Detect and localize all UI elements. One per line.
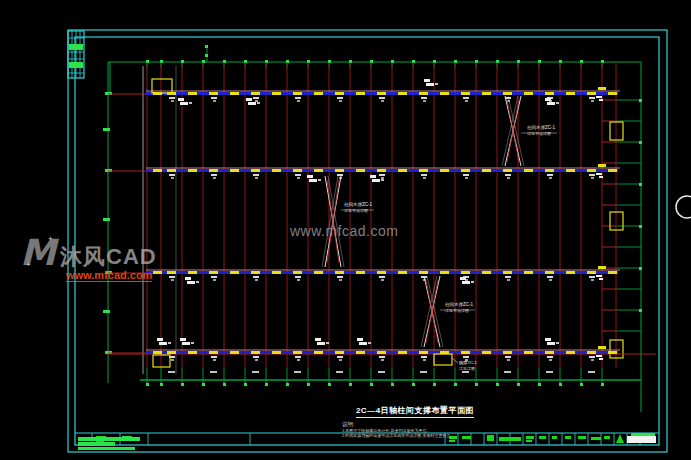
titleblock-logo-icon (616, 434, 624, 443)
sparkle-icon: + (48, 234, 53, 243)
drawing-notes: 说明: 1.本图尺寸除标高以米计外,其余均以毫米为单位。 2.柱间支撑与钢柱连接… (300, 421, 530, 438)
right-edge-grid-bubble (676, 196, 691, 218)
brace-label-text: 详见节点详图 (344, 208, 368, 213)
drawing-title: 2C—4日轴柱间支撑布置平面图 (356, 405, 474, 418)
brace-label-text: 详见详图 (459, 366, 475, 371)
notes-heading: 说明: (342, 421, 530, 428)
brace-label-text: 详见节点详图 (527, 131, 551, 136)
watermark-left: M + + 沐风CAD www.mfcad.com (20, 236, 190, 290)
legend-table (68, 31, 84, 78)
drawing-title-area: 2C—4日轴柱间支撑布置平面图 说明: 1.本图尺寸除标高以米计外,其余均以毫米… (300, 399, 530, 438)
watermark-center-url: www.mfcad.com (290, 223, 398, 239)
column-grid-lines (143, 63, 623, 374)
cad-preview-image: 柱间支撑ZC-1详见节点详图柱间支撑ZC-1详见节点详图柱间支撑ZC-1详见节点… (0, 0, 691, 460)
grid-bubble-icon (676, 196, 691, 218)
sparkle-icon: + (26, 260, 31, 269)
watermark-url-text: www.mfcad.com (66, 269, 152, 282)
brace-label-text: 详见节点详图 (445, 308, 469, 313)
watermark-brand-text: 沐风CAD (60, 242, 157, 272)
note-line: 2.柱间支撑与钢柱连接节点详见相关节点详图,安装时注意校正。 (342, 433, 530, 438)
x-braces: 柱间支撑ZC-1详见节点详图柱间支撑ZC-1详见节点详图柱间支撑ZC-1详见节点… (322, 96, 557, 347)
